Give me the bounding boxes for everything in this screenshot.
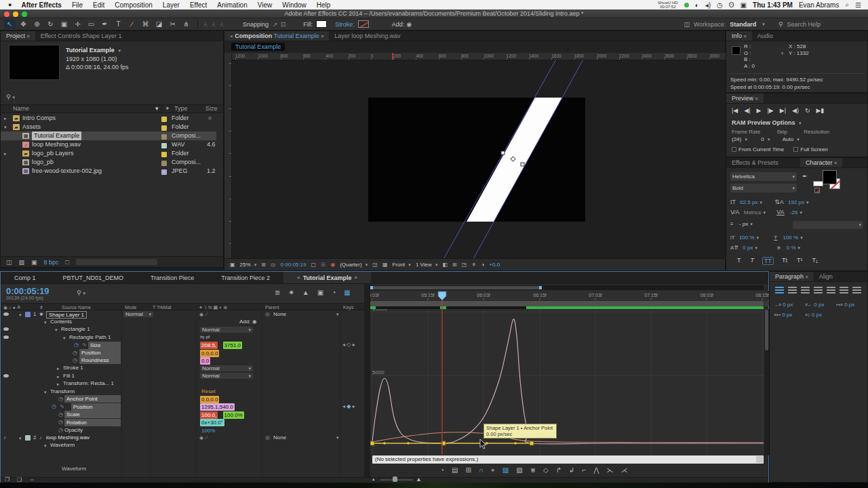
timeline-row-size[interactable]: ◷∿Size208.5,3751.0◂ ◇ ▸	[1, 341, 364, 348]
item-name[interactable]: Assets	[22, 123, 41, 131]
layer-name[interactable]: loop Meshing.wav	[46, 434, 90, 441]
property-name[interactable]: Opacity	[64, 426, 83, 434]
tool-selection[interactable]: ↖	[4, 20, 16, 29]
close-tab-icon[interactable]: ×	[230, 33, 233, 39]
project-item[interactable]: ▤free-wood-texture-002.jpgJPEG1.2	[1, 167, 216, 176]
tab-effects-presets[interactable]: Effects & Presets	[726, 158, 784, 167]
tool-rotation[interactable]: ↻	[45, 20, 56, 29]
project-item[interactable]: ▾▰AssetsFolder	[1, 123, 216, 131]
twirl-icon[interactable]: ▾	[44, 319, 47, 326]
baseline-shift-value[interactable]: 0 px	[743, 245, 753, 251]
graph-tool-13[interactable]: ⋋	[607, 466, 614, 474]
always-preview-icon[interactable]: ▣	[230, 262, 235, 268]
resolution-value[interactable]: (Quarter) ▾	[340, 262, 368, 268]
property-value[interactable]: Reset	[200, 388, 217, 395]
twirl-icon[interactable]: ▸	[57, 365, 60, 372]
flowchart-icon[interactable]: ⚜	[471, 262, 476, 268]
tool-clone-stamp[interactable]: ⌘	[140, 20, 151, 29]
menu-help[interactable]: Help	[317, 1, 331, 9]
keyframe-square[interactable]	[370, 441, 374, 445]
graph-tool-11[interactable]: ⌐	[583, 466, 587, 474]
tool-hand[interactable]: ✥	[18, 20, 29, 29]
tab-preview[interactable]: Preview ≡	[726, 94, 764, 103]
view-value[interactable]: Front ▾	[392, 262, 410, 268]
item-name[interactable]: free-wood-texture-002.jpg	[32, 167, 102, 176]
group-blend-select[interactable]: Normal▾	[200, 373, 253, 379]
twirl-icon[interactable]: ▸	[57, 380, 60, 388]
graph-tool-5[interactable]: ▨	[502, 466, 509, 474]
work-area-bar[interactable]	[370, 301, 764, 306]
tab-character[interactable]: Character ≡	[800, 158, 842, 167]
pixel-aspect-icon[interactable]: ◧	[443, 262, 448, 268]
timeline-row-shape-layer-1[interactable]: ▾1✱Shape Layer 1Normal▾◉ ∕◎None▾	[1, 310, 364, 318]
tsume-value[interactable]: 0 %	[787, 245, 796, 251]
eyedropper-icon[interactable]: ✒	[802, 173, 808, 180]
add-shape-icon[interactable]: ◉	[406, 21, 412, 28]
indent-field[interactable]: ≡↤ 0 px	[774, 312, 792, 318]
timeline-row-waveform[interactable]: Waveform	[1, 465, 364, 472]
property-name[interactable]: Roundness	[79, 357, 121, 364]
tab-info[interactable]: Info ≡	[726, 31, 752, 41]
keyframe-nav[interactable]: ◂ ◆ ▸	[342, 403, 355, 410]
timeline-row-position[interactable]: ◷∿Position1295.1,540.0◂ ◆ ▸	[1, 403, 364, 410]
stopwatch-icon[interactable]: ◷	[73, 357, 77, 364]
visibility-eye-icon[interactable]	[3, 327, 9, 331]
volume-icon[interactable]: ◂)	[705, 1, 711, 9]
keyframe-nav[interactable]: ◂ ◇ ▸	[342, 341, 355, 348]
label-column-icon[interactable]: ✦	[165, 105, 170, 112]
ruler-origin[interactable]	[224, 53, 232, 60]
project-item[interactable]: ▦logo_pbComposi...	[1, 158, 216, 167]
menu-effect[interactable]: Effect	[190, 1, 207, 9]
parent-select[interactable]: None	[273, 310, 286, 318]
resolution-value[interactable]: Auto ▾	[783, 136, 800, 142]
align-left-button[interactable]	[775, 287, 784, 293]
twirl-icon[interactable]: ▸	[57, 373, 60, 380]
label-swatch[interactable]	[161, 142, 167, 148]
graph-editor[interactable]: 10000 5000 05:03f 05:15f 06:03f 06:15f 0…	[370, 285, 770, 455]
twirl-icon[interactable]: ▾	[44, 442, 47, 449]
path-direction-icons[interactable]: ⇆ ⇄	[200, 333, 210, 341]
expand-transfer-controls-icon[interactable]: ❑	[17, 476, 22, 483]
faux-style-3[interactable]: Tt	[781, 257, 789, 265]
notification-center-icon[interactable]: ☰	[855, 1, 861, 9]
delete-item-icon[interactable]: □	[66, 259, 69, 266]
faux-style-1[interactable]: T	[749, 257, 756, 265]
tool-type[interactable]: T	[113, 20, 124, 29]
stroke-style-select[interactable]: ▾	[793, 221, 863, 229]
graph-tool-9[interactable]: ↱	[556, 466, 561, 474]
axis-local-icon[interactable]: Y	[203, 21, 208, 28]
close-window-button[interactable]	[4, 12, 9, 17]
label-swatch[interactable]	[161, 169, 167, 174]
group-name[interactable]: Waveform	[50, 441, 75, 449]
tool-pan-behind[interactable]: ✛	[72, 20, 83, 29]
project-comp-name[interactable]: Tutorial Example ▾	[66, 46, 129, 55]
keyframe-handle-dot[interactable]	[383, 442, 386, 445]
property-value[interactable]: 100%	[200, 427, 216, 434]
vertical-ruler[interactable]	[224, 60, 232, 258]
property-value[interactable]: 1295.1,540.0	[200, 403, 235, 411]
exposure-value[interactable]: +0.0	[489, 262, 500, 268]
faux-style-5[interactable]: T₁	[811, 257, 820, 265]
comp-canvas[interactable]	[232, 60, 726, 258]
menu-layer[interactable]: Layer	[163, 1, 180, 9]
timeline-row-position[interactable]: ◷Position0.0,0.0	[1, 349, 364, 357]
timeline-vertical-scrollbar[interactable]	[764, 310, 769, 455]
label-swatch[interactable]	[161, 160, 167, 165]
twirl-icon[interactable]: ▾	[44, 388, 47, 396]
property-value[interactable]: 3751.0	[223, 342, 242, 349]
tool-brush[interactable]: ∕	[126, 20, 138, 29]
snapping-options-icon[interactable]: ⊡	[281, 21, 286, 28]
group-name[interactable]: Transform: Recta... 1	[63, 380, 114, 387]
horizontal-ruler[interactable]: 1200100080060040020002004006008001000120…	[232, 53, 726, 60]
font-style-select[interactable]: Bold▾	[730, 184, 797, 192]
expand-inout-icon[interactable]: ⇔	[29, 476, 35, 483]
project-item[interactable]: ▸▰Intro CompsFolder⌗	[1, 114, 216, 123]
tab-project[interactable]: Project ≡	[1, 31, 35, 41]
label-swatch[interactable]	[161, 151, 167, 157]
axis-world-icon[interactable]: Y	[212, 21, 216, 28]
project-item[interactable]: ▸▰logo_pb LayersFolder	[1, 149, 216, 158]
transparency-grid-icon[interactable]: ▦	[382, 262, 388, 268]
faux-style-2[interactable]: TT	[762, 257, 774, 265]
kerning-value[interactable]: Metrics	[744, 209, 762, 216]
stopwatch-icon[interactable]: ◷	[74, 341, 79, 348]
